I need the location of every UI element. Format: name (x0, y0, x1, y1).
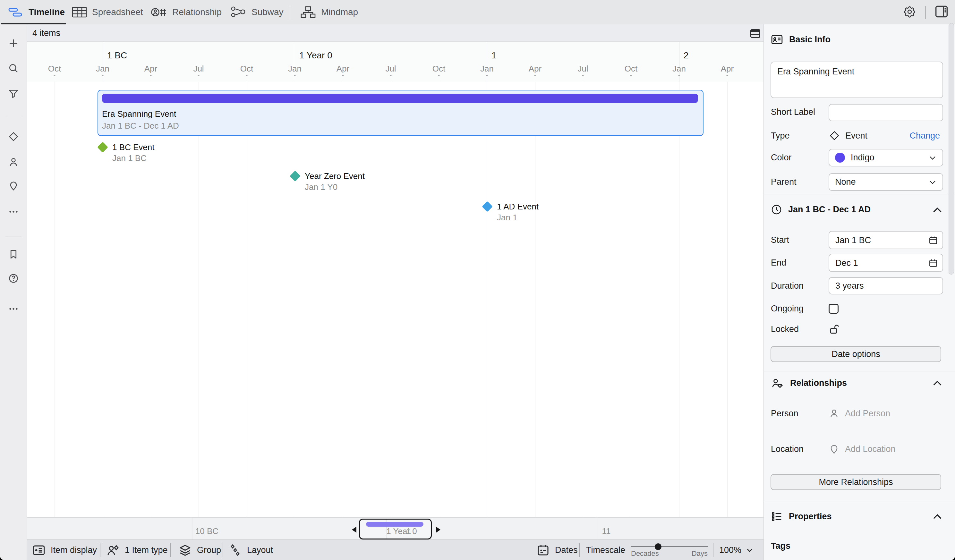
month-tick-dot (582, 75, 584, 76)
chevron-down-icon (745, 546, 754, 555)
month-label: Jul (385, 64, 396, 74)
properties-title: Properties (789, 512, 832, 521)
subway-icon (231, 6, 246, 19)
sidebar-button-add[interactable] (8, 38, 19, 49)
event-diamond[interactable] (290, 171, 301, 181)
tab-relationship[interactable]: Relationship (151, 0, 222, 24)
tab-spreadsheet[interactable]: Spreadsheet (72, 0, 143, 24)
month-tick-dot (534, 75, 536, 76)
event-date: Jan 1 Y0 (305, 182, 338, 192)
help-icon (8, 273, 19, 284)
item-display-button[interactable]: Item display (32, 540, 97, 560)
collapse-date-section-icon[interactable] (932, 206, 943, 214)
more-relationships-button[interactable]: More Relationships (770, 474, 941, 490)
add-person-button[interactable]: Add Person (828, 408, 890, 419)
item-type-button[interactable]: 1 Item type (106, 540, 168, 560)
tab-subway[interactable]: Subway (231, 0, 283, 24)
duration-input[interactable]: 3 years (828, 277, 943, 294)
start-date-input[interactable]: Jan 1 BC (828, 231, 943, 249)
month-label: Jan (480, 64, 494, 74)
sidebar-button-search[interactable] (8, 63, 19, 74)
navigator-label: 11 (602, 526, 611, 536)
year-label: 1 Year 0 (299, 50, 332, 61)
event-title: Year Zero Event (305, 171, 365, 181)
events-layer: 1 BC EventJan 1 BCYear Zero EventJan 1 Y… (27, 82, 764, 517)
tab-label: Relationship (172, 7, 222, 17)
toolbar-divider (579, 543, 580, 557)
month-label: Jul (193, 64, 204, 74)
month-label: Apr (529, 64, 542, 74)
layout-button[interactable]: Layout (229, 540, 273, 560)
item-display-label: Item display (51, 545, 97, 555)
group-layers-icon (178, 544, 191, 556)
settings-button[interactable] (902, 5, 917, 20)
parent-select[interactable]: None (828, 173, 943, 191)
timeline-canvas[interactable]: Era Spanning Event Jan 1 BC - Dec 1 AD 1… (27, 82, 764, 517)
toolbar-divider (100, 543, 100, 557)
unlock-icon[interactable] (828, 323, 840, 335)
toggle-inspector-button[interactable] (934, 5, 949, 19)
month-tick-dot (438, 75, 440, 76)
sidebar-button-help[interactable] (8, 273, 19, 284)
timeline-navigator[interactable]: 10 BC1 Year 0111 (27, 517, 764, 540)
event-title-input[interactable]: Era Spanning Event (770, 62, 943, 98)
end-date-input[interactable]: Dec 1 (828, 254, 943, 272)
timeline-axis[interactable]: 1 BC1 Year 012OctJanAprJulOctJanAprJulOc… (27, 42, 764, 82)
sidebar-button-overflow[interactable] (8, 303, 19, 314)
event-diamond[interactable] (482, 201, 493, 212)
collapse-relationships-icon[interactable] (932, 379, 943, 388)
tab-timeline[interactable]: Timeline (8, 0, 65, 24)
mindmap-icon (300, 5, 316, 19)
row-display-icon[interactable] (750, 29, 760, 38)
timescale-max-label: Days (692, 549, 708, 558)
calendar-icon[interactable] (928, 258, 938, 268)
app-window: Timeline Spreadsheet (0, 0, 955, 560)
panel-scrollbar-thumb[interactable] (949, 23, 954, 275)
dates-calendar-icon (537, 544, 550, 557)
items-header-strip: 4 items (27, 24, 764, 42)
event-date: Jan 1 (497, 213, 517, 222)
add-person-label: Add Person (845, 408, 890, 419)
group-button[interactable]: Group (178, 540, 221, 560)
sidebar-button-bookmark[interactable] (8, 249, 19, 260)
sidebar-button-diamond[interactable] (8, 131, 19, 142)
short-label-input[interactable] (828, 104, 943, 121)
timescale-slider-thumb[interactable] (655, 543, 661, 550)
type-value: Event (845, 131, 867, 141)
sidebar-button-location[interactable] (8, 180, 19, 191)
item-type-label: 1 Item type (125, 545, 168, 555)
calendar-icon[interactable] (928, 235, 938, 246)
toolbar-divider (713, 543, 714, 557)
date-options-button[interactable]: Date options (770, 346, 941, 362)
navigator-right-arrow[interactable] (436, 526, 441, 533)
zoom-value: 100% (719, 545, 741, 555)
sidebar-button-filter[interactable] (8, 88, 19, 99)
ongoing-checkbox[interactable] (828, 304, 839, 314)
event-diamond[interactable] (97, 142, 108, 153)
add-location-button[interactable]: Add Location (828, 444, 896, 454)
toolbar-divider (170, 543, 171, 557)
parent-label: Parent (771, 177, 797, 187)
month-tick-dot (246, 75, 247, 76)
collapse-properties-icon[interactable] (932, 513, 943, 521)
navigator-left-arrow[interactable] (352, 526, 357, 533)
event-date: Jan 1 BC (112, 153, 147, 163)
color-select[interactable]: Indigo (828, 149, 943, 166)
parent-value: None (835, 177, 856, 187)
items-count: 4 items (32, 24, 60, 42)
sidebar-button-person[interactable] (8, 156, 19, 167)
sidebar-button-more[interactable] (8, 206, 19, 217)
month-label: Jan (288, 64, 302, 74)
sidebar-panel-icon (935, 5, 949, 20)
zoom-control[interactable]: 100% (719, 540, 754, 560)
dates-label: Dates (555, 545, 578, 555)
month-tick-dot (342, 75, 344, 76)
tab-label: Mindmap (321, 7, 358, 17)
add-icon (8, 38, 19, 49)
location-label: Location (771, 444, 803, 454)
tab-mindmap[interactable]: Mindmap (300, 0, 358, 24)
timescale-slider-track[interactable] (631, 546, 708, 547)
navigator-decade-line (596, 518, 597, 540)
change-type-link[interactable]: Change (910, 131, 940, 141)
dates-button[interactable]: Dates (537, 540, 578, 560)
